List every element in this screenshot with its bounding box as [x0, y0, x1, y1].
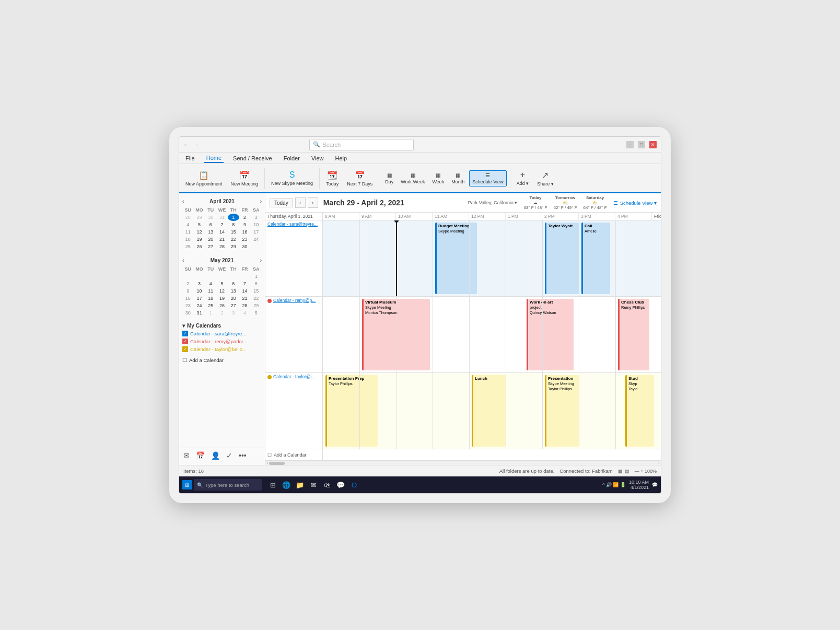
restore-button[interactable]: □: [638, 141, 645, 148]
share-icon: ↗: [542, 170, 549, 180]
more-nav-icon[interactable]: •••: [238, 450, 248, 461]
menu-folder[interactable]: Folder: [282, 154, 302, 162]
may-prev-btn[interactable]: ‹: [182, 258, 184, 263]
taskbar-folder-icon[interactable]: 📁: [294, 479, 306, 491]
mail-nav-icon[interactable]: ✉: [182, 450, 191, 461]
add-button[interactable]: + Add ▾: [514, 169, 532, 188]
taylor-calendar-check[interactable]: ✓: [182, 346, 188, 352]
next-7-days-button[interactable]: 📅 Next 7 Days: [344, 169, 376, 188]
calendar-sara-item[interactable]: ✓ Calendar - sara@treyre...: [182, 330, 262, 337]
cal-next-button[interactable]: ›: [308, 197, 318, 208]
grid-line-5: [506, 220, 506, 296]
windows-start-button[interactable]: ⊞: [182, 480, 192, 489]
taskbar-edge-icon[interactable]: 🌐: [281, 479, 292, 491]
remy-calendar-check[interactable]: ✓: [182, 339, 188, 344]
scroll-right-btn[interactable]: ›: [658, 461, 660, 465]
budget-meeting-title: Budget Meeting: [438, 224, 475, 229]
month-view-button[interactable]: ▦ Month: [449, 171, 467, 186]
cal-today-button[interactable]: Today: [270, 199, 293, 207]
scroll-left-btn[interactable]: ‹: [266, 461, 268, 465]
view-icon-2[interactable]: ▤: [625, 469, 629, 474]
taskbar-outlook-icon[interactable]: O: [348, 479, 360, 491]
taylor-row-label[interactable]: Calendar - taylor@i...: [265, 373, 323, 449]
work-art-event[interactable]: Work on art project Quincy Watson: [527, 299, 574, 370]
add-calendar-sidebar-btn[interactable]: ☐ Add a Calendar: [265, 449, 323, 460]
menu-view[interactable]: View: [309, 154, 326, 162]
presentation-event[interactable]: Presentation Skype Meeting Taylor Philli…: [545, 375, 579, 447]
remy-row-label[interactable]: Calendar - remy@p...: [265, 297, 323, 372]
remy-row-link[interactable]: Calendar - remy@p...: [273, 298, 316, 303]
april-week-4: 18 19 20 21 22 23 24: [182, 236, 262, 243]
view-icon-1[interactable]: ▦: [618, 469, 623, 474]
menu-file[interactable]: File: [183, 154, 197, 162]
sara-calendar-row: Calendar - sara@treyre... Budget Meeting…: [265, 220, 661, 297]
horizontal-scrollbar[interactable]: ‹ ›: [265, 461, 661, 465]
tasks-nav-icon[interactable]: ✓: [225, 450, 234, 461]
chess-club-event[interactable]: Chess Club Remy Phillips: [618, 299, 649, 370]
taylor-wyatt-event[interactable]: Taylor Wyatt: [545, 223, 579, 294]
taskbar-icon-1[interactable]: ⊞: [267, 479, 278, 491]
weather-saturday: Saturday ⛅ 64° F / 48° F: [584, 195, 607, 210]
share-label: Share ▾: [537, 181, 554, 186]
study-title: Stud: [628, 376, 652, 381]
april-prev-btn[interactable]: ‹: [182, 199, 184, 204]
schedule-view-button[interactable]: ☰ Schedule View: [469, 170, 506, 186]
taskbar-mail-icon[interactable]: ✉: [308, 479, 319, 491]
calendar-taylor-item[interactable]: ✓ Calendar - taylor@bello...: [182, 345, 262, 353]
taylor-row-link[interactable]: Calendar - taylor@i...: [273, 374, 315, 379]
date-label-header: Thursday, April 1, 2021: [265, 213, 323, 220]
taskbar-teams-icon[interactable]: 💬: [335, 479, 346, 491]
budget-meeting-event[interactable]: Budget Meeting Skype Meeting: [435, 223, 477, 294]
saturday-weather-label: Saturday: [586, 195, 604, 200]
day-view-button[interactable]: ▦ Day: [382, 171, 396, 186]
ribbon-sep-1: [264, 168, 265, 189]
add-calendar-button[interactable]: ☐ Add a Calendar: [179, 355, 265, 365]
forward-button[interactable]: →: [193, 142, 199, 148]
month-icon: ▦: [456, 172, 460, 178]
lunch-event[interactable]: Lunch: [472, 375, 506, 447]
schedule-label: Schedule View: [472, 179, 503, 184]
schedule-view-dropdown[interactable]: ☰ Schedule View ▾: [613, 200, 657, 206]
may-day-headers: SU MO TU WE TH FR SA: [182, 265, 262, 273]
sara-calendar-check[interactable]: ✓: [182, 331, 188, 336]
sara-row-label[interactable]: Calendar - sara@treyre...: [265, 220, 323, 296]
device-frame: ← → 🔍 Search ─ □ ✕ File Home Send / Rece…: [169, 127, 671, 503]
april-week-5: 25 26 27 28 29 30: [182, 243, 262, 250]
close-button[interactable]: ✕: [649, 141, 657, 148]
menu-bar: File Home Send / Receive Folder View Hel…: [179, 153, 661, 164]
april-next-btn[interactable]: ›: [260, 199, 262, 204]
people-nav-icon[interactable]: 👤: [210, 450, 221, 461]
new-meeting-button[interactable]: 📅 New Meeting: [228, 169, 262, 188]
menu-help[interactable]: Help: [333, 154, 349, 162]
week-icon: ▦: [436, 172, 440, 178]
today-button[interactable]: 📆 Today: [323, 169, 342, 188]
zoom-indicator: — + 100%: [635, 469, 657, 474]
chess-club-title: Chess Club: [621, 300, 648, 305]
minimize-button[interactable]: ─: [626, 141, 634, 148]
work-week-view-button[interactable]: ▦ Work Week: [398, 171, 427, 186]
presentation-prep-event[interactable]: Presentation Prep Taylor Phillips: [325, 375, 378, 447]
notification-icon[interactable]: 💬: [652, 482, 658, 487]
back-button[interactable]: ←: [183, 142, 189, 148]
calendar-remy-item[interactable]: ✓ Calendar - remy@parkv...: [182, 337, 262, 345]
calendar-nav-icon[interactable]: 📅: [195, 450, 206, 461]
taskbar-store-icon[interactable]: 🛍: [321, 479, 333, 491]
study-event[interactable]: Stud Skyp Taylo: [625, 375, 654, 447]
call-amelie-event[interactable]: Call Amelie: [581, 223, 610, 294]
menu-home[interactable]: Home: [204, 154, 224, 163]
taskbar-search-box[interactable]: 🔍 Type here to search: [194, 479, 262, 491]
location-selector[interactable]: Park Valley, California ▾: [468, 200, 518, 205]
cal-prev-button[interactable]: ‹: [295, 197, 306, 208]
scroll-thumb[interactable]: [269, 462, 285, 465]
budget-meeting-subtitle: Skype Meeting: [438, 229, 475, 234]
title-search-box[interactable]: 🔍 Search: [309, 139, 414, 150]
menu-send-receive[interactable]: Send / Receive: [231, 154, 274, 162]
new-appointment-button[interactable]: 📋 New Appointment: [182, 169, 226, 188]
new-skype-meeting-button[interactable]: S New Skype Meeting: [268, 169, 316, 188]
may-title: May 2021: [211, 258, 234, 263]
sara-row-link[interactable]: Calendar - sara@treyre...: [267, 221, 318, 227]
share-button[interactable]: ↗ Share ▾: [534, 169, 557, 188]
status-bar: Items: 16 All folders are up to date. Co…: [179, 465, 661, 476]
may-next-btn[interactable]: ›: [260, 258, 262, 263]
week-view-button[interactable]: ▦ Week: [429, 171, 447, 186]
